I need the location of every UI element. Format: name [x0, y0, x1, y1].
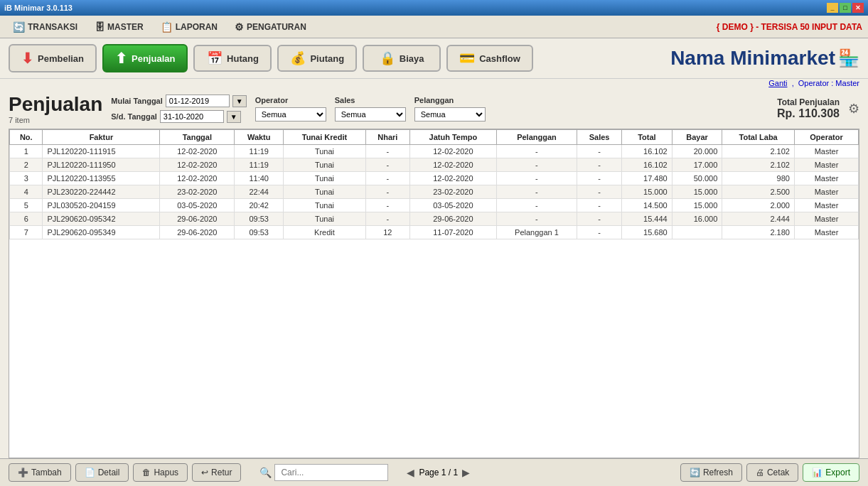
- retur-label: Retur: [211, 468, 232, 477]
- refresh-button[interactable]: 🔄 Refresh: [680, 463, 742, 482]
- sales-filter: Sales Semua: [335, 96, 406, 122]
- retur-button[interactable]: ↩ Retur: [192, 463, 241, 482]
- pelanggan-filter: Pelanggan Semua: [414, 96, 486, 122]
- table-row[interactable]: 7PJL290620-09534929-06-202009:53Kredit12…: [10, 226, 859, 239]
- operator-select[interactable]: Semua: [255, 107, 326, 122]
- pengaturan-icon: ⚙: [235, 21, 244, 33]
- th-pelanggan: Pelanggan: [496, 130, 577, 145]
- detail-button[interactable]: 📄 Detail: [75, 463, 129, 482]
- next-page-button[interactable]: ▶: [462, 467, 470, 478]
- sd-tanggal-picker[interactable]: ▼: [227, 111, 241, 123]
- window-controls: _ □ ✕: [827, 3, 864, 13]
- th-bayar: Bayar: [672, 130, 722, 145]
- total-label: Total Penjualan: [777, 97, 840, 107]
- total-value: Rp. 110.308: [777, 107, 840, 120]
- piutang-icon: 💰: [290, 50, 306, 66]
- nav-piutang[interactable]: 💰 Piutang: [277, 45, 357, 72]
- table-row[interactable]: 1PJL120220-11191512-02-202011:19Tunai-12…: [10, 145, 859, 158]
- operator-filter-label: Operator: [255, 96, 326, 104]
- menu-pengaturan[interactable]: ⚙ PENGATURAN: [227, 18, 314, 36]
- th-total: Total: [622, 130, 673, 145]
- pembelian-label: Pembelian: [38, 53, 84, 64]
- footer: ➕ Tambah 📄 Detail 🗑 Hapus ↩ Retur 🔍 ◀ Pa…: [0, 458, 868, 486]
- menu-laporan[interactable]: 📋 LAPORAN: [154, 18, 225, 36]
- retur-icon: ↩: [201, 468, 208, 477]
- tambah-icon: ➕: [18, 468, 28, 477]
- table-row[interactable]: 6PJL290620-09534229-06-202009:53Tunai-29…: [10, 212, 859, 226]
- hutang-icon: 📅: [207, 50, 223, 66]
- nav-buttons: ⬇ Pembelian ⬆ Penjualan 📅 Hutang 💰 Piuta…: [0, 38, 868, 79]
- table-row[interactable]: 4PJL230220-22444223-02-202022:44Tunai-23…: [10, 185, 859, 199]
- search-input[interactable]: [274, 464, 388, 481]
- ganti-link[interactable]: Ganti: [768, 79, 787, 87]
- hutang-label: Hutang: [227, 53, 259, 64]
- menu-master[interactable]: 🗄 MASTER: [87, 18, 151, 36]
- store-name-text: Nama Minimarket: [670, 47, 835, 70]
- mulai-tanggal-input[interactable]: [166, 94, 230, 107]
- hapus-label: Hapus: [154, 468, 178, 477]
- export-button[interactable]: 📊 Export: [803, 463, 859, 482]
- pembelian-icon: ⬇: [21, 50, 33, 67]
- search-container: 🔍: [259, 464, 388, 481]
- cashflow-icon: 💳: [459, 50, 475, 66]
- pelanggan-select[interactable]: Semua: [414, 107, 486, 122]
- table-header-row: No. Faktur Tanggal Waktu Tunai Kredit Nh…: [10, 130, 859, 145]
- page-label: Page 1 / 1: [419, 468, 458, 477]
- close-button[interactable]: ✕: [852, 3, 864, 13]
- export-label: Export: [825, 468, 850, 477]
- menu-bar: 🔄 TRANSAKSI 🗄 MASTER 📋 LAPORAN ⚙ PENGATU…: [0, 16, 868, 38]
- nav-hutang[interactable]: 📅 Hutang: [193, 45, 272, 72]
- demo-notice: { DEMO } - TERSISA 50 INPUT DATA: [717, 22, 862, 32]
- th-operator: Operator: [794, 130, 858, 145]
- operator-filter: Operator Semua: [255, 96, 326, 122]
- sd-tanggal-input[interactable]: [160, 110, 224, 123]
- master-icon: 🗄: [95, 21, 105, 33]
- nav-cashflow[interactable]: 💳 Cashflow: [446, 45, 533, 72]
- hapus-button[interactable]: 🗑 Hapus: [133, 463, 188, 482]
- th-nhari: Nhari: [365, 130, 409, 145]
- settings-icon[interactable]: ⚙: [848, 101, 859, 117]
- nav-pembelian[interactable]: ⬇ Pembelian: [9, 44, 97, 72]
- table-row[interactable]: 5PJL030520-20415903-05-202020:42Tunai-03…: [10, 199, 859, 212]
- cetak-button[interactable]: 🖨 Cetak: [746, 463, 798, 482]
- cetak-label: Cetak: [767, 468, 789, 477]
- pagination: ◀ Page 1 / 1 ▶: [407, 467, 470, 478]
- sd-tanggal-row: S/d. Tanggal ▼: [111, 110, 246, 123]
- operator-info: Ganti , Operator : Master: [0, 79, 868, 89]
- sales-filter-label: Sales: [335, 96, 406, 104]
- cetak-icon: 🖨: [756, 468, 764, 477]
- menu-laporan-label: LAPORAN: [176, 22, 218, 32]
- table-container: No. Faktur Tanggal Waktu Tunai Kredit Nh…: [9, 129, 859, 458]
- pelanggan-filter-label: Pelanggan: [414, 96, 486, 104]
- table-row[interactable]: 3PJL120220-11395512-02-202011:40Tunai-12…: [10, 172, 859, 185]
- operator-label: Operator : Master: [798, 79, 859, 87]
- refresh-label: Refresh: [703, 468, 733, 477]
- th-tanggal: Tanggal: [160, 130, 235, 145]
- biaya-icon: 🔒: [380, 50, 395, 66]
- mulai-tanggal-row: Mulai Tanggal ▼: [111, 94, 246, 107]
- search-icon: 🔍: [259, 467, 272, 478]
- title-bar: iB Minimar 3.0.113 _ □ ✕: [0, 0, 868, 16]
- nav-biaya[interactable]: 🔒 Biaya: [363, 45, 441, 72]
- th-faktur: Faktur: [43, 130, 160, 145]
- laporan-icon: 📋: [161, 21, 173, 33]
- th-waktu: Waktu: [235, 130, 284, 145]
- prev-page-button[interactable]: ◀: [407, 467, 414, 478]
- hapus-icon: 🗑: [142, 468, 151, 477]
- minimize-button[interactable]: _: [827, 3, 838, 13]
- sd-label: S/d. Tanggal: [111, 112, 157, 121]
- menu-transaksi[interactable]: 🔄 TRANSAKSI: [6, 18, 85, 36]
- mulai-tanggal-picker[interactable]: ▼: [232, 95, 247, 107]
- th-jatuh-tempo: Jatuh Tempo: [409, 130, 496, 145]
- page-title-section: Penjualan 7 item: [9, 93, 102, 124]
- tambah-button[interactable]: ➕ Tambah: [9, 463, 71, 482]
- table-row[interactable]: 2PJL120220-11195012-02-202011:19Tunai-12…: [10, 158, 859, 172]
- store-logo-icon: 🏪: [838, 48, 859, 68]
- sales-select[interactable]: Semua: [335, 107, 406, 122]
- menu-pengaturan-label: PENGATURAN: [247, 22, 306, 32]
- nav-penjualan[interactable]: ⬆ Penjualan: [102, 44, 188, 72]
- main-content: ⬇ Pembelian ⬆ Penjualan 📅 Hutang 💰 Piuta…: [0, 38, 868, 486]
- th-total-laba: Total Laba: [722, 130, 795, 145]
- th-tunai-kredit: Tunai Kredit: [284, 130, 366, 145]
- restore-button[interactable]: □: [840, 3, 851, 13]
